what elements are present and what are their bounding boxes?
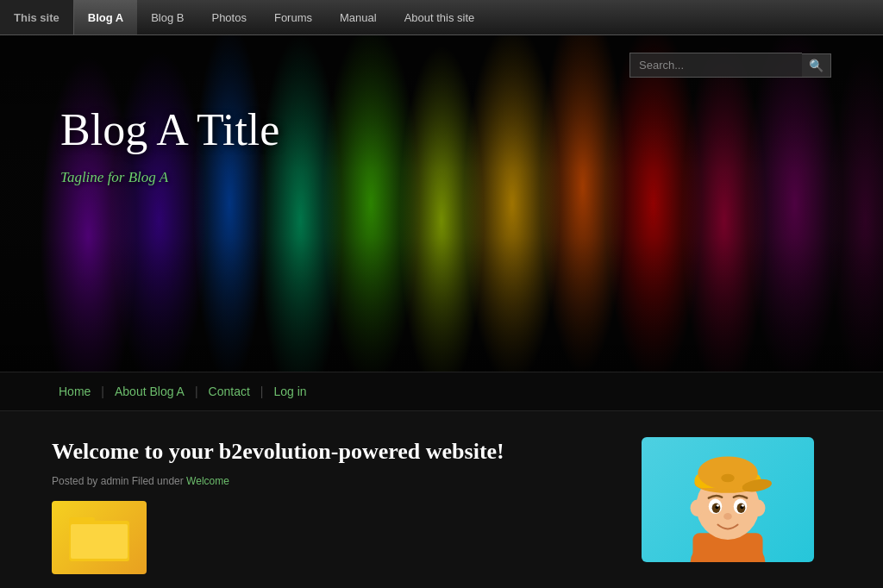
content-area: Welcome to your b2evolution-powered webs… <box>52 437 616 574</box>
nav-item-blog-a[interactable]: Blog A <box>74 0 137 34</box>
main-content: Welcome to your b2evolution-powered webs… <box>0 411 883 588</box>
nav-separator-3: | <box>260 385 264 398</box>
site-label[interactable]: This site <box>0 0 74 34</box>
nav-separator-1: | <box>101 385 104 398</box>
nav-item-blog-b[interactable]: Blog B <box>137 0 197 34</box>
sidebar <box>642 437 831 574</box>
secondary-navigation: Home | About Blog A | Contact | Log in <box>0 372 883 411</box>
svg-point-20 <box>717 504 719 507</box>
search-button[interactable]: 🔍 <box>802 53 831 78</box>
top-navigation: This site Blog A Blog B Photos Forums Ma… <box>0 0 883 35</box>
nav-item-about[interactable]: About this site <box>391 0 489 34</box>
hero-section: 🔍 Blog A Title Tagline for Blog A <box>0 35 883 372</box>
folder-icon <box>69 514 129 561</box>
nav-item-forums[interactable]: Forums <box>260 0 326 34</box>
svg-point-23 <box>721 474 734 483</box>
sec-nav-home[interactable]: Home <box>52 381 97 402</box>
sec-nav-contact[interactable]: Contact <box>202 381 257 402</box>
nav-separator-2: | <box>195 385 198 398</box>
svg-point-21 <box>742 504 744 507</box>
post-thumbnail <box>52 501 616 574</box>
post-title: Welcome to your b2evolution-powered webs… <box>52 437 616 466</box>
avatar-container <box>642 437 814 562</box>
post-category-link[interactable]: Welcome <box>186 475 229 487</box>
search-container: 🔍 <box>629 53 831 78</box>
nav-item-manual[interactable]: Manual <box>326 0 391 34</box>
nav-item-photos[interactable]: Photos <box>197 0 260 34</box>
svg-point-8 <box>691 500 704 516</box>
post-meta: Posted by admin Filed under Welcome <box>52 475 616 487</box>
post-author: admin <box>101 475 129 487</box>
sec-nav-login[interactable]: Log in <box>266 381 313 402</box>
search-input[interactable] <box>629 53 802 78</box>
svg-rect-3 <box>71 524 128 559</box>
svg-point-22 <box>723 513 732 520</box>
blog-tagline: Tagline for Blog A <box>60 169 823 186</box>
post-meta-middle: Filed under <box>128 475 186 487</box>
post-meta-prefix: Posted by <box>52 475 101 487</box>
blog-title: Blog A Title <box>60 104 823 155</box>
sec-nav-about-blog[interactable]: About Blog A <box>108 381 191 402</box>
svg-point-9 <box>752 500 765 516</box>
avatar <box>667 441 788 562</box>
